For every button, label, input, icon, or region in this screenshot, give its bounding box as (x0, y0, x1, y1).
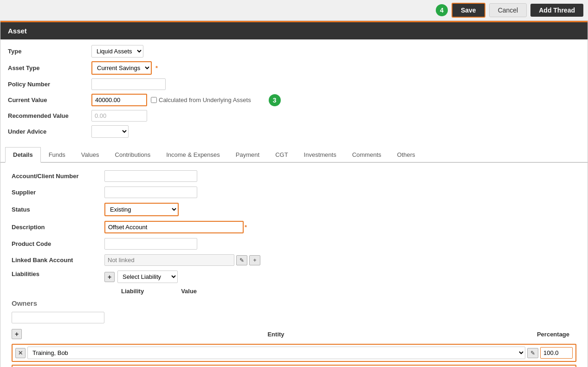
owner-edit-icon-0[interactable]: ✎ (527, 348, 538, 358)
status-row: Status Existing New Closed (12, 203, 576, 216)
entity-col-header: Entity (24, 331, 528, 338)
product-code-input[interactable] (104, 238, 197, 250)
tab-income-expenses[interactable]: Income & Expenses (158, 147, 228, 163)
tabs-bar: Details Funds Values Contributions Incom… (0, 147, 588, 163)
save-button[interactable]: Save (452, 3, 485, 18)
calc-underlying-label[interactable]: Calculated from Underlying Assets (151, 97, 251, 103)
current-value-row: Current Value Calculated from Underlying… (8, 94, 580, 106)
add-thread-button[interactable]: Add Thread (530, 4, 583, 17)
supplier-label: Supplier (12, 189, 104, 196)
liabilities-table-header: Liability Value (104, 288, 197, 295)
product-code-row: Product Code (12, 238, 576, 250)
section-header: Asset (0, 21, 588, 39)
tab-comments[interactable]: Comments (344, 147, 389, 163)
tab-details[interactable]: Details (5, 147, 41, 163)
account-client-number-label: Account/Client Number (12, 173, 104, 180)
linked-bank-account-row: Linked Bank Account ✎ + (12, 254, 576, 266)
policy-number-row: Policy Number (8, 78, 580, 90)
current-value-control: Calculated from Underlying Assets 3 (91, 94, 281, 106)
liabilities-controls: + Select Liability Liability Value (104, 270, 197, 295)
owners-search-row (12, 312, 576, 323)
owners-table-header: + Entity Percentage (12, 327, 576, 341)
linked-bank-account-label: Linked Bank Account (12, 257, 104, 264)
owners-title: Owners (12, 299, 576, 307)
current-value-input[interactable] (91, 94, 147, 106)
supplier-row: Supplier (12, 187, 576, 198)
tab-cgt[interactable]: CGT (267, 147, 296, 163)
value-col-header: Value (181, 288, 197, 295)
badge-4: 4 (436, 4, 448, 16)
asset-type-select[interactable]: Current Savings Term Deposit Shares (91, 61, 152, 75)
account-client-number-row: Account/Client Number (12, 170, 576, 182)
tab-payment[interactable]: Payment (228, 147, 267, 163)
select-liability-dropdown[interactable]: Select Liability (117, 270, 178, 283)
tab-investments[interactable]: Investments (296, 147, 344, 163)
tab-values[interactable]: Values (73, 147, 107, 163)
current-value-label: Current Value (8, 97, 91, 103)
type-select[interactable]: Liquid Assets Property Other (91, 45, 143, 58)
policy-number-label: Policy Number (8, 81, 91, 88)
linked-bank-add-icon[interactable]: + (249, 255, 260, 265)
status-select[interactable]: Existing New Closed (104, 203, 179, 216)
form-fields: Type Liquid Assets Property Other Asset … (0, 39, 588, 147)
asset-form-container: Asset Type Liquid Assets Property Other … (0, 20, 588, 367)
liabilities-add-row: + Select Liability (104, 270, 197, 283)
percentage-col-header: Percentage (530, 331, 576, 338)
owners-section: Owners + Entity Percentage ✕ Training, B… (12, 299, 576, 367)
asset-type-required: * (155, 64, 158, 71)
policy-number-input[interactable] (91, 78, 166, 90)
liabilities-row: Liabilities + Select Liability Liability… (12, 270, 576, 295)
description-label: Description (12, 224, 104, 231)
description-input[interactable] (104, 221, 244, 233)
recommended-value-control (91, 110, 147, 122)
asset-type-row: Asset Type Current Savings Term Deposit … (8, 61, 580, 75)
tab-others[interactable]: Others (389, 147, 423, 163)
policy-number-control (91, 78, 166, 90)
owner-percentage-input-0[interactable] (540, 347, 573, 359)
product-code-label: Product Code (12, 240, 104, 247)
type-label: Type (8, 48, 91, 55)
supplier-input[interactable] (104, 187, 197, 198)
linked-bank-edit-icon[interactable]: ✎ (236, 255, 247, 265)
under-advice-row: Under Advice Yes No (8, 125, 580, 138)
tab-contributions[interactable]: Contributions (107, 147, 159, 163)
owner-entity-select-0[interactable]: Training, Bob Training, Mary (27, 347, 525, 359)
owners-search-input[interactable] (12, 312, 104, 323)
recommended-value-label: Recommended Value (8, 112, 91, 119)
liabilities-add-button[interactable]: + (104, 272, 115, 282)
description-row: Description * (12, 221, 576, 233)
liability-col-header: Liability (121, 288, 144, 295)
calc-underlying-checkbox[interactable] (151, 97, 157, 103)
owner-remove-button-0[interactable]: ✕ (15, 348, 26, 358)
recommended-value-row: Recommended Value (8, 110, 580, 122)
tab-funds[interactable]: Funds (41, 147, 73, 163)
linked-bank-account-control: ✎ + (104, 254, 260, 266)
status-label: Status (12, 206, 104, 213)
tab-content-details: Account/Client Number Supplier Status Ex… (0, 163, 588, 367)
linked-bank-account-input[interactable] (104, 254, 234, 266)
asset-type-label: Asset Type (8, 64, 91, 71)
recommended-value-input[interactable] (91, 110, 147, 122)
top-bar: 4 Save Cancel Add Thread (0, 0, 588, 20)
account-client-number-input[interactable] (104, 170, 197, 182)
under-advice-label: Under Advice (8, 128, 91, 135)
asset-type-control: Current Savings Term Deposit Shares * (91, 61, 158, 75)
type-control: Liquid Assets Property Other (91, 45, 143, 58)
owner-row-1: ✕ Training, Bob Training, Mary ✎ (12, 365, 576, 367)
description-control: * (104, 221, 247, 233)
owner-row-0: ✕ Training, Bob Training, Mary ✎ (12, 344, 576, 362)
badge-3: 3 (269, 94, 281, 106)
under-advice-control: Yes No (91, 125, 129, 138)
owners-add-button[interactable]: + (12, 329, 22, 339)
under-advice-select[interactable]: Yes No (91, 125, 129, 138)
description-required-marker: * (245, 224, 247, 231)
type-row: Type Liquid Assets Property Other (8, 45, 580, 58)
liabilities-label: Liabilities (12, 270, 104, 277)
cancel-button[interactable]: Cancel (489, 3, 527, 17)
